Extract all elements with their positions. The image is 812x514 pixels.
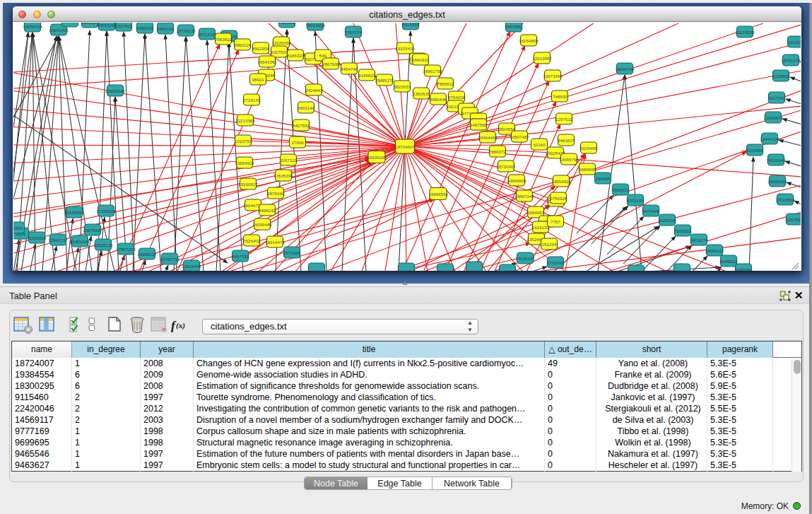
svg-text:88350: 88350 bbox=[13, 226, 23, 230]
svg-text:13325419: 13325419 bbox=[395, 46, 415, 51]
svg-text:10654923: 10654923 bbox=[235, 160, 254, 165]
svg-text:10719135: 10719135 bbox=[176, 28, 196, 33]
svg-text:5878342: 5878342 bbox=[267, 191, 285, 196]
svg-text:3267110: 3267110 bbox=[280, 158, 297, 163]
svg-text:16210643: 16210643 bbox=[766, 158, 786, 163]
svg-text:8813054: 8813054 bbox=[402, 23, 420, 27]
svg-text:9115460: 9115460 bbox=[580, 146, 597, 151]
svg-text:6794028: 6794028 bbox=[448, 95, 466, 100]
svg-text:1112530: 1112530 bbox=[787, 40, 801, 45]
svg-text:10507487: 10507487 bbox=[510, 134, 529, 139]
svg-text:2718170: 2718170 bbox=[243, 98, 261, 103]
svg-text:10958127: 10958127 bbox=[137, 252, 157, 257]
svg-text:17957223: 17957223 bbox=[116, 247, 136, 252]
svg-text:12942737: 12942737 bbox=[48, 238, 68, 243]
svg-text:18807249: 18807249 bbox=[514, 194, 534, 199]
svg-text:1953117: 1953117 bbox=[81, 23, 98, 25]
svg-text:8471676: 8471676 bbox=[690, 238, 708, 243]
svg-text:7357274: 7357274 bbox=[345, 30, 363, 35]
svg-text:1362615: 1362615 bbox=[413, 91, 430, 96]
svg-text:9245612: 9245612 bbox=[720, 259, 738, 264]
svg-text:5215958: 5215958 bbox=[746, 148, 764, 153]
svg-text:2935114: 2935114 bbox=[659, 218, 676, 223]
svg-text:1733426: 1733426 bbox=[547, 260, 565, 265]
svg-text:12213967: 12213967 bbox=[532, 56, 552, 61]
svg-text:8990448: 8990448 bbox=[430, 97, 447, 102]
svg-text:9327503: 9327503 bbox=[271, 49, 288, 54]
svg-text:13535394: 13535394 bbox=[273, 173, 293, 178]
svg-text:1571648: 1571648 bbox=[283, 250, 301, 255]
svg-text:6466102: 6466102 bbox=[157, 26, 175, 31]
svg-text:6466102: 6466102 bbox=[136, 25, 154, 30]
svg-text:17016504: 17016504 bbox=[775, 197, 795, 202]
svg-text:20420656: 20420656 bbox=[64, 210, 84, 215]
svg-text:19166827: 19166827 bbox=[238, 182, 258, 187]
svg-text:9146821: 9146821 bbox=[358, 73, 376, 78]
svg-text:9463627: 9463627 bbox=[558, 138, 575, 143]
svg-text:1527602: 1527602 bbox=[115, 23, 133, 28]
svg-text:10975867: 10975867 bbox=[83, 228, 102, 233]
svg-text:10218506: 10218506 bbox=[735, 30, 755, 35]
svg-text:10653267: 10653267 bbox=[97, 23, 117, 28]
svg-text:9129906: 9129906 bbox=[772, 74, 790, 78]
svg-text:7632621: 7632621 bbox=[674, 228, 692, 233]
svg-text:15692991: 15692991 bbox=[767, 179, 787, 184]
svg-text:1640910: 1640910 bbox=[412, 57, 430, 62]
svg-text:14136141: 14136141 bbox=[515, 256, 535, 261]
svg-text:6379197: 6379197 bbox=[627, 198, 645, 203]
svg-text:17006: 17006 bbox=[291, 140, 304, 145]
svg-text:12923446: 12923446 bbox=[182, 264, 201, 269]
svg-text:16713155: 16713155 bbox=[197, 32, 217, 37]
svg-text:1297512: 1297512 bbox=[555, 117, 573, 122]
svg-text:18724007: 18724007 bbox=[395, 144, 415, 149]
svg-text:(x): (x) bbox=[176, 321, 185, 330]
svg-text:16099489: 16099489 bbox=[252, 222, 272, 227]
svg-text:10654112: 10654112 bbox=[705, 248, 724, 253]
svg-text:7663822: 7663822 bbox=[278, 23, 296, 25]
svg-text:16782759: 16782759 bbox=[160, 257, 180, 262]
svg-text:8938923: 8938923 bbox=[612, 187, 630, 192]
svg-text:11451944: 11451944 bbox=[70, 239, 90, 244]
svg-text:1615132: 1615132 bbox=[532, 225, 550, 230]
svg-text:3824554: 3824554 bbox=[498, 127, 516, 132]
svg-text:13495798: 13495798 bbox=[559, 157, 579, 162]
svg-text:16961758: 16961758 bbox=[423, 69, 442, 74]
svg-text:8912954: 8912954 bbox=[252, 46, 270, 51]
svg-text:19384554: 19384554 bbox=[428, 192, 448, 197]
svg-text:1267533: 1267533 bbox=[786, 217, 801, 222]
svg-text:11156829: 11156829 bbox=[28, 235, 47, 240]
svg-text:13226058: 13226058 bbox=[271, 40, 291, 45]
svg-text:9699695: 9699695 bbox=[579, 167, 596, 172]
svg-text:8427552: 8427552 bbox=[293, 123, 310, 128]
svg-text:3756928: 3756928 bbox=[550, 196, 567, 201]
svg-text:7625402: 7625402 bbox=[243, 238, 261, 243]
svg-text:748500: 748500 bbox=[553, 94, 567, 99]
svg-text:164095: 164095 bbox=[596, 176, 611, 181]
svg-text:16914479: 16914479 bbox=[265, 240, 285, 245]
svg-text:3822037: 3822037 bbox=[394, 84, 411, 89]
svg-text:17359924: 17359924 bbox=[96, 209, 116, 214]
svg-text:16154808: 16154808 bbox=[519, 38, 539, 43]
svg-text:1010753: 1010753 bbox=[235, 139, 252, 144]
svg-text:2087682: 2087682 bbox=[505, 24, 523, 29]
svg-text:15751074: 15751074 bbox=[781, 58, 801, 63]
svg-text:20691406: 20691406 bbox=[49, 28, 69, 33]
svg-text:9474444: 9474444 bbox=[642, 209, 660, 214]
svg-text:20364456: 20364456 bbox=[478, 135, 498, 140]
svg-text:15720407: 15720407 bbox=[496, 164, 516, 169]
svg-text:12213363: 12213363 bbox=[235, 118, 255, 123]
svg-text:10973493: 10973493 bbox=[543, 74, 563, 78]
svg-text:7767: 7767 bbox=[551, 219, 560, 224]
svg-text:6497568: 6497568 bbox=[470, 122, 488, 127]
svg-text:8498242: 8498242 bbox=[259, 208, 276, 213]
svg-text:15885270: 15885270 bbox=[375, 78, 394, 83]
svg-text:9457791: 9457791 bbox=[232, 254, 249, 259]
svg-text:18300295: 18300295 bbox=[367, 155, 387, 160]
svg-text:16543362: 16543362 bbox=[257, 59, 277, 64]
svg-text:8186323: 8186323 bbox=[287, 53, 305, 58]
svg-text:16648784: 16648784 bbox=[615, 66, 635, 71]
svg-text:2803144: 2803144 bbox=[298, 105, 315, 110]
svg-text:9227342: 9227342 bbox=[768, 95, 786, 100]
svg-text:9084067: 9084067 bbox=[527, 210, 545, 215]
svg-text:9245061: 9245061 bbox=[735, 267, 753, 271]
